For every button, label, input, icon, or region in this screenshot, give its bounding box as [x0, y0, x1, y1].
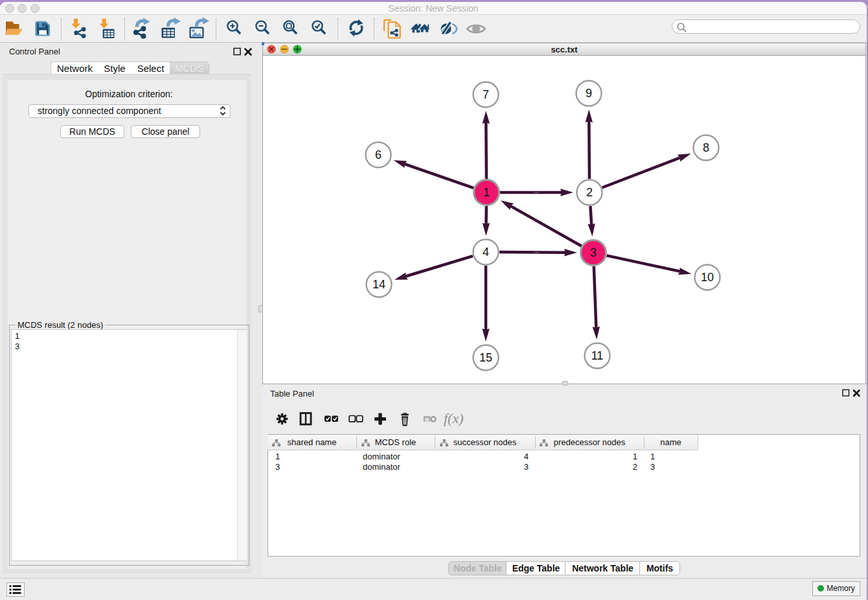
svg-text:1: 1 [483, 186, 490, 199]
svg-text:7: 7 [483, 88, 489, 101]
svg-text:9: 9 [586, 87, 592, 100]
svg-text:10: 10 [701, 271, 714, 284]
svg-text:14: 14 [372, 278, 385, 291]
svg-text:6: 6 [375, 148, 382, 161]
svg-text:2: 2 [586, 186, 593, 199]
svg-text:3: 3 [590, 246, 597, 259]
svg-text:4: 4 [483, 246, 489, 259]
svg-text:8: 8 [703, 141, 709, 154]
svg-text:15: 15 [479, 351, 492, 364]
svg-text:11: 11 [591, 349, 604, 362]
